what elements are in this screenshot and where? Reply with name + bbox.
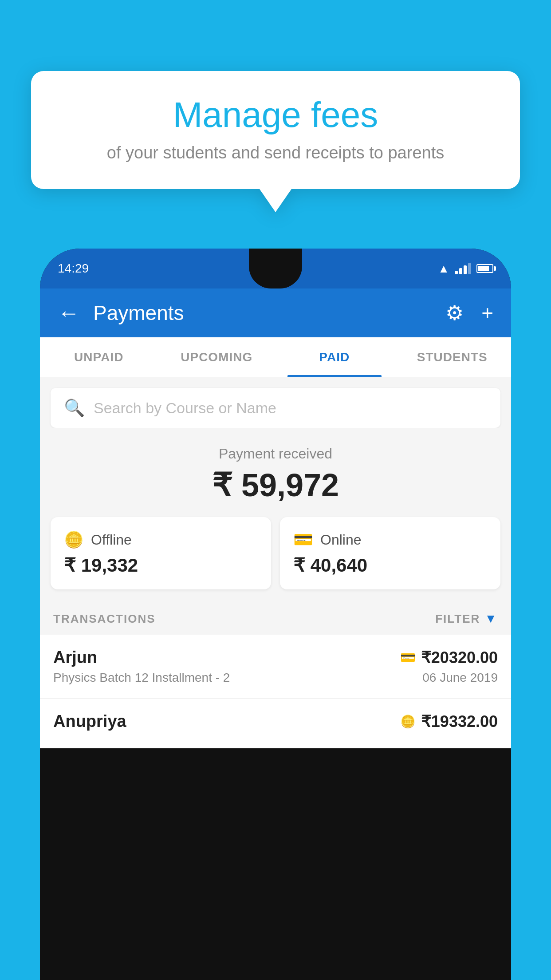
offline-label: Offline <box>91 532 132 548</box>
payment-total-amount: ₹ 59,972 <box>40 466 511 504</box>
status-icons: ▲ <box>438 262 493 276</box>
wifi-icon: ▲ <box>438 262 449 276</box>
transactions-header: TRANSACTIONS FILTER ▼ <box>40 603 511 635</box>
bubble-subtitle: of your students and send receipts to pa… <box>58 143 493 162</box>
transaction-amount: ₹20320.00 <box>421 648 498 667</box>
online-label: Online <box>320 532 362 548</box>
payment-received-label: Payment received <box>40 446 511 462</box>
transaction-course: Physics Batch 12 Installment - 2 <box>53 671 230 685</box>
bubble-title: Manage fees <box>58 95 493 134</box>
search-icon: 🔍 <box>64 398 85 418</box>
status-time: 14:29 <box>58 261 89 276</box>
tab-paid[interactable]: PAID <box>276 337 394 377</box>
main-content: 🔍 Search by Course or Name Payment recei… <box>40 377 511 748</box>
filter-label: FILTER <box>435 612 480 626</box>
online-card-header: 💳 Online <box>293 530 487 549</box>
online-icon: 💳 <box>293 530 313 549</box>
online-card: 💳 Online ₹ 40,640 <box>280 517 500 589</box>
offline-card-header: 🪙 Offline <box>64 530 258 549</box>
student-name: Anupriya <box>53 712 126 731</box>
header-actions: ⚙ + <box>445 301 493 325</box>
transaction-date: 06 June 2019 <box>422 671 498 685</box>
battery-icon <box>476 264 493 273</box>
app-header: ← Payments ⚙ + <box>40 288 511 337</box>
transaction-row-top: Anupriya 🪙 ₹19332.00 <box>53 712 498 731</box>
payment-type-icon: 💳 <box>400 650 416 665</box>
phone-device: 14:29 ▲ ← Payments ⚙ + UNPAID <box>40 249 511 980</box>
offline-icon: 🪙 <box>64 530 84 549</box>
tab-upcoming[interactable]: UPCOMING <box>158 337 276 377</box>
page-title: Payments <box>93 301 432 325</box>
tab-students[interactable]: STUDENTS <box>394 337 512 377</box>
online-amount: ₹ 40,640 <box>293 554 487 576</box>
payment-cards: 🪙 Offline ₹ 19,332 💳 Online ₹ 40,640 <box>40 517 511 589</box>
student-name: Arjun <box>53 648 97 667</box>
transactions-label: TRANSACTIONS <box>53 612 156 626</box>
tab-bar: UNPAID UPCOMING PAID STUDENTS <box>40 337 511 377</box>
status-bar: 14:29 ▲ <box>40 249 511 288</box>
transaction-item[interactable]: Anupriya 🪙 ₹19332.00 <box>40 699 511 748</box>
filter-button[interactable]: FILTER ▼ <box>435 612 498 626</box>
offline-card: 🪙 Offline ₹ 19,332 <box>51 517 271 589</box>
transaction-item[interactable]: Arjun 💳 ₹20320.00 Physics Batch 12 Insta… <box>40 635 511 699</box>
payment-summary: Payment received ₹ 59,972 <box>40 428 511 517</box>
transaction-row-top: Arjun 💳 ₹20320.00 <box>53 648 498 667</box>
search-bar[interactable]: 🔍 Search by Course or Name <box>51 388 500 428</box>
search-placeholder: Search by Course or Name <box>94 399 276 417</box>
transaction-amount: ₹19332.00 <box>421 712 498 731</box>
filter-icon: ▼ <box>484 612 498 626</box>
amount-row: 🪙 ₹19332.00 <box>400 712 498 731</box>
signal-icon <box>455 263 471 274</box>
amount-row: 💳 ₹20320.00 <box>400 648 498 667</box>
offline-amount: ₹ 19,332 <box>64 554 258 576</box>
add-icon[interactable]: + <box>481 301 493 325</box>
payment-type-icon: 🪙 <box>400 714 416 729</box>
back-button[interactable]: ← <box>58 300 80 326</box>
tab-unpaid[interactable]: UNPAID <box>40 337 158 377</box>
speech-bubble: Manage fees of your students and send re… <box>31 71 520 189</box>
settings-icon[interactable]: ⚙ <box>445 301 464 325</box>
